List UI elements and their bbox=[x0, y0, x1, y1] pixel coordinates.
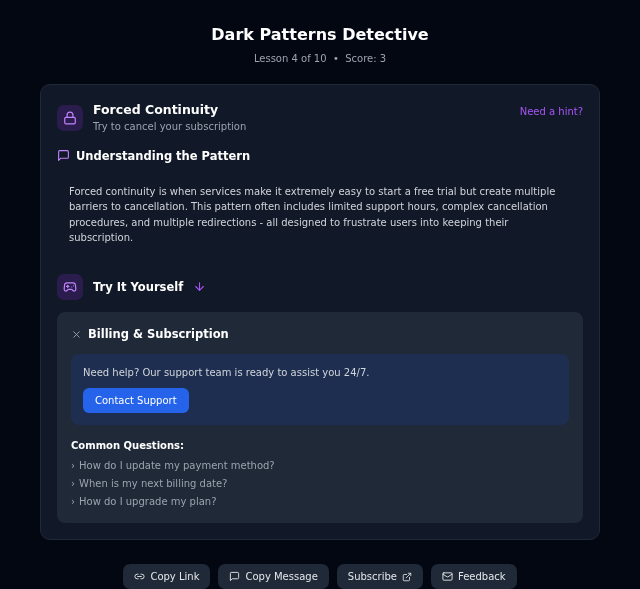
copy-link-button[interactable]: Copy Link bbox=[123, 564, 210, 589]
page-subtitle: Lesson 4 of 10 • Score: 3 bbox=[40, 52, 600, 66]
page-footer: Copy Link Copy Message Subscribe Feedbac… bbox=[40, 564, 600, 589]
list-item: › How do I upgrade my plan? bbox=[71, 495, 569, 509]
lesson-instruction: Try to cancel your subscription bbox=[93, 120, 246, 134]
message-icon bbox=[229, 571, 240, 582]
contact-support-button[interactable]: Contact Support bbox=[83, 388, 189, 413]
separator-dot: • bbox=[333, 53, 339, 64]
support-text: Need help? Our support team is ready to … bbox=[83, 366, 557, 380]
simulation-title: Billing & Subscription bbox=[88, 326, 229, 342]
chevron-right-icon: › bbox=[71, 459, 75, 473]
svg-rect-6 bbox=[443, 573, 452, 580]
feedback-button[interactable]: Feedback bbox=[431, 564, 517, 589]
faq-text: How do I update my payment method? bbox=[79, 459, 275, 473]
lesson-title: Forced Continuity bbox=[93, 101, 246, 119]
copy-message-button[interactable]: Copy Message bbox=[218, 564, 328, 589]
lesson-indicator: Lesson 4 of 10 bbox=[254, 53, 327, 64]
message-icon bbox=[57, 149, 70, 162]
page-header: Dark Patterns Detective Lesson 4 of 10 •… bbox=[40, 24, 600, 66]
page-title: Dark Patterns Detective bbox=[40, 24, 600, 46]
simulation-panel: Billing & Subscription Need help? Our su… bbox=[57, 312, 583, 523]
understanding-section-head: Understanding the Pattern bbox=[57, 148, 583, 164]
list-item: › When is my next billing date? bbox=[71, 477, 569, 491]
mail-icon bbox=[442, 571, 453, 582]
gamepad-icon bbox=[57, 274, 83, 300]
try-title: Try It Yourself bbox=[93, 279, 183, 295]
subscribe-button[interactable]: Subscribe bbox=[337, 564, 423, 589]
support-callout: Need help? Our support team is ready to … bbox=[71, 354, 569, 425]
chevron-right-icon: › bbox=[71, 477, 75, 491]
hint-button[interactable]: Need a hint? bbox=[520, 105, 583, 119]
link-icon bbox=[134, 571, 145, 582]
score-indicator: Score: 3 bbox=[345, 53, 386, 64]
lesson-card: Forced Continuity Try to cancel your sub… bbox=[40, 84, 600, 540]
lock-icon bbox=[57, 105, 83, 131]
close-icon[interactable] bbox=[71, 329, 82, 340]
understanding-title: Understanding the Pattern bbox=[76, 148, 250, 164]
try-section-head: Try It Yourself bbox=[57, 274, 583, 300]
understanding-text: Forced continuity is when services make … bbox=[69, 184, 571, 246]
chevron-right-icon: › bbox=[71, 495, 75, 509]
external-link-icon bbox=[402, 572, 412, 582]
faq-heading: Common Questions: bbox=[71, 439, 569, 453]
list-item: › How do I update my payment method? bbox=[71, 459, 569, 473]
arrow-down-icon bbox=[193, 280, 206, 293]
understanding-box: Forced continuity is when services make … bbox=[57, 172, 583, 258]
faq-section: Common Questions: › How do I update my p… bbox=[71, 439, 569, 509]
svg-rect-0 bbox=[65, 117, 76, 123]
faq-text: When is my next billing date? bbox=[79, 477, 227, 491]
faq-text: How do I upgrade my plan? bbox=[79, 495, 216, 509]
